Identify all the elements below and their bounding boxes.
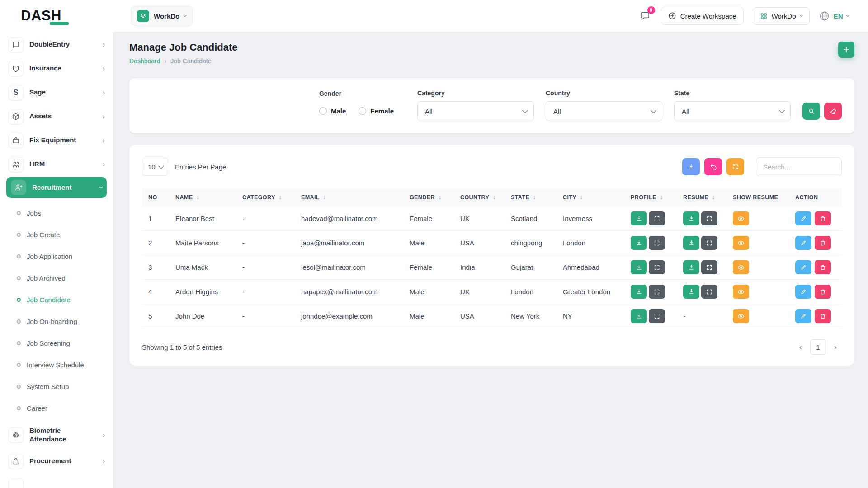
resume-expand-button[interactable] bbox=[701, 236, 717, 250]
gender-female-radio[interactable]: Female bbox=[359, 107, 394, 115]
column-header-name[interactable]: NAME▲▼ bbox=[169, 188, 236, 206]
category-select[interactable]: All bbox=[417, 101, 534, 121]
edit-button[interactable] bbox=[795, 309, 811, 323]
pagination-prev-button[interactable]: ‹ bbox=[794, 340, 807, 354]
pagination-next-button[interactable]: › bbox=[829, 340, 842, 354]
column-header-category[interactable]: CATEGORY▲▼ bbox=[236, 188, 295, 206]
resume-download-button[interactable] bbox=[683, 236, 699, 250]
resume-download-button[interactable] bbox=[683, 260, 699, 274]
resume-expand-button[interactable] bbox=[701, 211, 717, 225]
sidebar-item-hrm[interactable]: HRM › bbox=[0, 152, 113, 176]
sidebar-item-biometric-attendance[interactable]: Biometric Attendance › bbox=[0, 421, 113, 449]
sidebar-item-jobs[interactable]: Jobs bbox=[0, 202, 113, 224]
undo-button[interactable] bbox=[704, 158, 722, 175]
column-header-resume[interactable]: RESUME▲▼ bbox=[677, 188, 726, 206]
cell-show-resume bbox=[726, 280, 789, 304]
column-header-email[interactable]: EMAIL▲▼ bbox=[295, 188, 403, 206]
sidebar-item-job-screening[interactable]: Job Screening bbox=[0, 332, 113, 354]
column-header-profile[interactable]: PROFILE▲▼ bbox=[624, 188, 677, 206]
add-candidate-button[interactable] bbox=[838, 42, 854, 58]
maximize-icon bbox=[654, 216, 660, 222]
sidebar-item-job-candidate[interactable]: Job Candidate bbox=[0, 289, 113, 310]
refresh-button[interactable] bbox=[726, 158, 744, 175]
sidebar-item-procurement[interactable]: Procurement › bbox=[0, 449, 113, 473]
cell-no: 4 bbox=[142, 280, 169, 304]
edit-button[interactable] bbox=[795, 260, 811, 274]
create-workspace-button[interactable]: Create Workspace bbox=[661, 7, 744, 25]
profile-expand-button[interactable] bbox=[649, 211, 665, 225]
entries-per-page-select[interactable]: 10 bbox=[142, 158, 168, 176]
eye-icon bbox=[737, 215, 745, 222]
profile-download-button[interactable] bbox=[631, 260, 647, 274]
sidebar-item-job-archived[interactable]: Job Archived bbox=[0, 267, 113, 289]
state-select[interactable]: All bbox=[674, 101, 791, 121]
profile-download-button[interactable] bbox=[631, 309, 647, 323]
profile-download-button[interactable] bbox=[631, 285, 647, 299]
sidebar-item-job-onboarding[interactable]: Job On-boarding bbox=[0, 310, 113, 332]
sidebar-item-interview-schedule[interactable]: Interview Schedule bbox=[0, 354, 113, 375]
show-resume-button[interactable] bbox=[733, 285, 749, 299]
export-button[interactable] bbox=[682, 158, 700, 175]
country-select[interactable]: All bbox=[546, 101, 662, 121]
cell-resume bbox=[677, 280, 726, 304]
edit-button[interactable] bbox=[795, 285, 811, 299]
workdo-apps-button[interactable]: WorkDo › bbox=[753, 7, 810, 25]
sidebar-item-sage[interactable]: S Sage › bbox=[0, 80, 113, 104]
messages-button[interactable]: 0 bbox=[638, 9, 652, 23]
sidebar-item-job-application[interactable]: Job Application bbox=[0, 245, 113, 267]
brand-logo[interactable]: DASH bbox=[0, 8, 113, 24]
column-header-city[interactable]: CITY▲▼ bbox=[557, 188, 624, 206]
sidebar-item-assets[interactable]: Assets › bbox=[0, 104, 113, 128]
workspace-selector[interactable]: WorkDo › bbox=[131, 6, 193, 26]
sidebar-item-fix-equipment[interactable]: Fix Equipment › bbox=[0, 128, 113, 152]
sidebar-item-partial[interactable] bbox=[0, 473, 113, 488]
bullet-icon bbox=[17, 385, 21, 389]
profile-expand-button[interactable] bbox=[649, 309, 665, 323]
delete-button[interactable] bbox=[815, 260, 831, 274]
sidebar-item-system-setup[interactable]: System Setup bbox=[0, 375, 113, 397]
resume-download-button[interactable] bbox=[683, 285, 699, 299]
pencil-icon bbox=[800, 313, 807, 319]
sidebar-item-recruitment[interactable]: Recruitment › bbox=[6, 177, 107, 198]
apps-grid-icon bbox=[760, 12, 768, 20]
column-header-state[interactable]: STATE▲▼ bbox=[505, 188, 557, 206]
profile-expand-button[interactable] bbox=[649, 285, 665, 299]
show-resume-button[interactable] bbox=[733, 211, 749, 225]
candidate-table-card: 10 Entries Per Page bbox=[129, 145, 854, 366]
delete-button[interactable] bbox=[815, 309, 831, 323]
sort-icon: ▲▼ bbox=[660, 195, 663, 200]
show-resume-button[interactable] bbox=[733, 236, 749, 250]
language-selector[interactable]: EN › bbox=[819, 10, 849, 22]
pagination-page-button[interactable]: 1 bbox=[810, 339, 826, 355]
sidebar-item-doubleentry[interactable]: DoubleEntry › bbox=[0, 33, 113, 56]
profile-download-button[interactable] bbox=[631, 236, 647, 250]
delete-button[interactable] bbox=[815, 236, 831, 250]
filter-search-button[interactable] bbox=[802, 103, 820, 120]
breadcrumb-dashboard-link[interactable]: Dashboard bbox=[129, 57, 160, 65]
sort-icon: ▲▼ bbox=[279, 195, 282, 200]
sidebar-item-job-create[interactable]: Job Create bbox=[0, 224, 113, 245]
edit-button[interactable] bbox=[795, 236, 811, 250]
cell-gender: Male bbox=[403, 231, 454, 255]
show-resume-button[interactable] bbox=[733, 309, 749, 323]
sidebar-item-career[interactable]: Career bbox=[0, 397, 113, 419]
profile-expand-button[interactable] bbox=[649, 260, 665, 274]
column-header-country[interactable]: COUNTRY▲▼ bbox=[454, 188, 505, 206]
show-resume-button[interactable] bbox=[733, 260, 749, 274]
edit-button[interactable] bbox=[795, 211, 811, 225]
profile-expand-button[interactable] bbox=[649, 236, 665, 250]
profile-download-button[interactable] bbox=[631, 211, 647, 225]
resume-expand-button[interactable] bbox=[701, 285, 717, 299]
delete-button[interactable] bbox=[815, 285, 831, 299]
table-search-input[interactable] bbox=[756, 157, 842, 176]
shopping-bag-icon bbox=[8, 454, 24, 469]
cell-state: chingpong bbox=[505, 231, 557, 255]
candidate-table: NO NAME▲▼ CATEGORY▲▼ EMAIL▲▼ GENDER▲▼ CO… bbox=[142, 188, 842, 328]
sidebar-item-insurance[interactable]: Insurance › bbox=[0, 56, 113, 80]
resume-download-button[interactable] bbox=[683, 211, 699, 225]
resume-expand-button[interactable] bbox=[701, 260, 717, 274]
column-header-gender[interactable]: GENDER▲▼ bbox=[403, 188, 454, 206]
filter-reset-button[interactable] bbox=[824, 103, 842, 120]
gender-male-radio[interactable]: Male bbox=[319, 107, 346, 115]
delete-button[interactable] bbox=[815, 211, 831, 225]
